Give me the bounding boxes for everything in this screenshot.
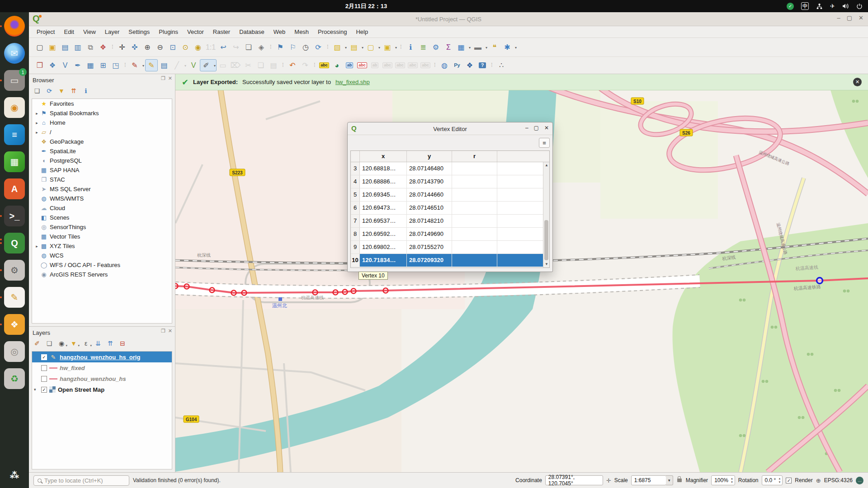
vertex-editor-titlebar[interactable]: Q Vertex Editor – ▢ ✕	[348, 122, 552, 135]
system-tray[interactable]: ✓ 中 ✈	[787, 0, 863, 12]
browser-item-cloud[interactable]: ☁ Cloud	[32, 203, 172, 213]
system-clock[interactable]: 2月11日 22：13	[345, 2, 387, 10]
browser-item-home[interactable]: ▸ ⌂ Home	[32, 118, 172, 127]
messages-button[interactable]: …	[856, 477, 863, 484]
measure-line[interactable]: ▬	[472, 41, 488, 53]
collapse-all-layers[interactable]: ⇈	[105, 338, 116, 348]
open-project[interactable]: ▣	[46, 41, 59, 53]
new-spatial-bookmark[interactable]: ⚑	[274, 41, 287, 53]
zoom-last[interactable]: ↩	[217, 41, 230, 53]
open-layer-styling[interactable]: ✐	[32, 338, 42, 348]
pan-map[interactable]: ✛	[116, 41, 128, 53]
tree-expander-icon[interactable]: ▸	[34, 130, 40, 135]
dock-files[interactable]: ▭ 1	[4, 70, 25, 91]
show-layout-manager[interactable]: ⧉	[84, 41, 97, 53]
zoom-native[interactable]: 1:1	[204, 41, 217, 53]
network-icon[interactable]	[816, 3, 823, 9]
window-maximize-button[interactable]: ▢	[847, 14, 852, 21]
map-canvas[interactable]: S223 G104 S26 S10 杭深线 杭深线 杭温高速线 杭温高速线 杭温…	[175, 74, 868, 472]
modify-attributes[interactable]: ▭	[217, 59, 229, 71]
menu-item[interactable]: Edit	[60, 27, 78, 37]
browser-item-spatial-bookmarks[interactable]: ▸ ⚑ Spatial Bookmarks	[32, 108, 172, 118]
layer-item-open-street-map[interactable]: ▾ ✓ Open Street Map	[32, 384, 172, 395]
zoom-to-layer[interactable]: ◉	[192, 41, 204, 53]
vertex-editor-maximize-button[interactable]: ▢	[534, 125, 539, 131]
vertex-row[interactable]: 5 120.69345… 28.07144660	[351, 188, 543, 202]
processing-toolbox[interactable]: ⚙	[429, 41, 442, 53]
vertex-x-value[interactable]: 120.69473…	[360, 202, 407, 214]
vertex-editor-menu-button[interactable]: ≡	[539, 138, 550, 148]
layer-diagram[interactable]: ◕	[330, 59, 343, 71]
menu-item[interactable]: Mesh	[290, 27, 313, 37]
statistical-summary[interactable]: Σ	[442, 41, 455, 53]
show-properties[interactable]: ℹ	[80, 86, 91, 96]
refresh-map[interactable]: ⟳	[312, 41, 325, 53]
vertex-row[interactable]: 4 120.68886… 28.07143790	[351, 175, 543, 188]
vertex-row[interactable]: 10 120.71834… 28.07209320	[351, 254, 543, 267]
coordinate-extents-icon[interactable]: ✛	[606, 477, 611, 484]
move-label[interactable]: abc	[394, 59, 406, 71]
browser-close-button[interactable]: ✕	[168, 75, 172, 81]
vertex-x-value[interactable]: 120.68818…	[360, 162, 407, 175]
scroll-up-icon[interactable]: ▲	[543, 162, 550, 169]
vertex-row[interactable]: 3 120.68818… 28.07146480	[351, 162, 543, 175]
browser-item-wms-wmts[interactable]: ◍ WMS/WMTS	[32, 194, 172, 203]
crs-globe-icon[interactable]: ⊕	[816, 477, 821, 484]
remove-layer[interactable]: ⊟	[117, 338, 128, 348]
redo[interactable]: ↷	[299, 59, 311, 71]
zoom-full-extent[interactable]: ⊡	[166, 41, 179, 53]
window-minimize-button[interactable]: –	[837, 14, 840, 21]
pin-label[interactable]: ab	[343, 59, 356, 71]
layer-checkbox[interactable]	[41, 376, 47, 382]
select-by-expression[interactable]: ▣	[381, 41, 398, 53]
copy-features[interactable]: ❏	[255, 59, 267, 71]
vertex-editor-minimize-button[interactable]: –	[525, 125, 528, 131]
tree-expander-icon[interactable]: ▸	[34, 244, 40, 249]
menu-item[interactable]: Processing	[314, 27, 351, 37]
window-titlebar[interactable]: Q *Untitled Project — QGIS – ▢ ✕	[29, 12, 868, 26]
crs-value[interactable]: EPSG:4326	[824, 477, 853, 483]
highlight-pinned-labels[interactable]: abc	[356, 59, 368, 71]
vertex-y-value[interactable]: 28.07149690	[407, 228, 452, 240]
vertex-r-value[interactable]	[452, 188, 497, 201]
add-line-feature[interactable]: V	[187, 59, 200, 71]
vertex-y-value[interactable]: 28.07148210	[407, 215, 452, 227]
magnifier-spinner[interactable]: 100%	[711, 475, 735, 485]
layer-checkbox[interactable]	[41, 365, 47, 371]
scale-dropdown-icon[interactable]: ▼	[666, 475, 673, 485]
airplane-mode-icon[interactable]: ✈	[830, 3, 835, 9]
new-geopackage-layer[interactable]: ❖	[46, 59, 59, 71]
vertex-row[interactable]: 9 120.69802… 28.07155270	[351, 241, 543, 254]
dock-app-center[interactable]: A	[4, 178, 25, 199]
delete-selected[interactable]: ⌦	[229, 59, 242, 71]
new-spatialite-layer[interactable]: ✒	[71, 59, 84, 71]
menu-item[interactable]: Layer	[101, 27, 124, 37]
vertex-r-value[interactable]	[452, 254, 497, 267]
menu-item[interactable]: Plugins	[155, 27, 182, 37]
window-close-button[interactable]: ✕	[859, 14, 863, 21]
dock-rhythmbox[interactable]: ◉	[4, 97, 25, 118]
select-features[interactable]: ▧	[331, 41, 348, 53]
undo[interactable]: ↶	[286, 59, 299, 71]
expand-all[interactable]: ⇊	[93, 338, 104, 348]
dock-terminal[interactable]: >_	[4, 206, 25, 226]
new-print-layout[interactable]: ❏	[242, 41, 255, 53]
vertex-table-scrollbar[interactable]: ▲ ▼	[543, 162, 549, 267]
new-project[interactable]: ▢	[33, 41, 46, 53]
input-method-icon[interactable]: 中	[801, 2, 809, 10]
help-contents[interactable]: ?	[476, 59, 489, 71]
dock-qgis[interactable]: Q	[4, 233, 25, 253]
browser-item-vector-tiles[interactable]: ▦ Vector Tiles	[32, 232, 172, 241]
python-console[interactable]: Py	[451, 59, 463, 71]
vertex-y-value[interactable]: 28.07146510	[407, 202, 452, 214]
column-header-x[interactable]: x	[360, 151, 407, 162]
vertex-y-value[interactable]: 28.07146480	[407, 162, 452, 175]
browser-item-sensorthings[interactable]: ◎ SensorThings	[32, 222, 172, 232]
dock-text-editor[interactable]: ✎	[4, 287, 25, 308]
digitize-with-segment[interactable]: ╱	[170, 59, 187, 71]
filter-browser[interactable]: ▼	[56, 86, 67, 96]
menu-item[interactable]: Raster	[209, 27, 234, 37]
new-map-view[interactable]: ◈	[255, 41, 268, 53]
filter-by-expression[interactable]: ε	[80, 338, 91, 348]
layer-item-hangzhou-wenzhou-hs-orig[interactable]: ✓ ✎ hangzhou_wenzhou_hs_orig	[32, 352, 172, 362]
